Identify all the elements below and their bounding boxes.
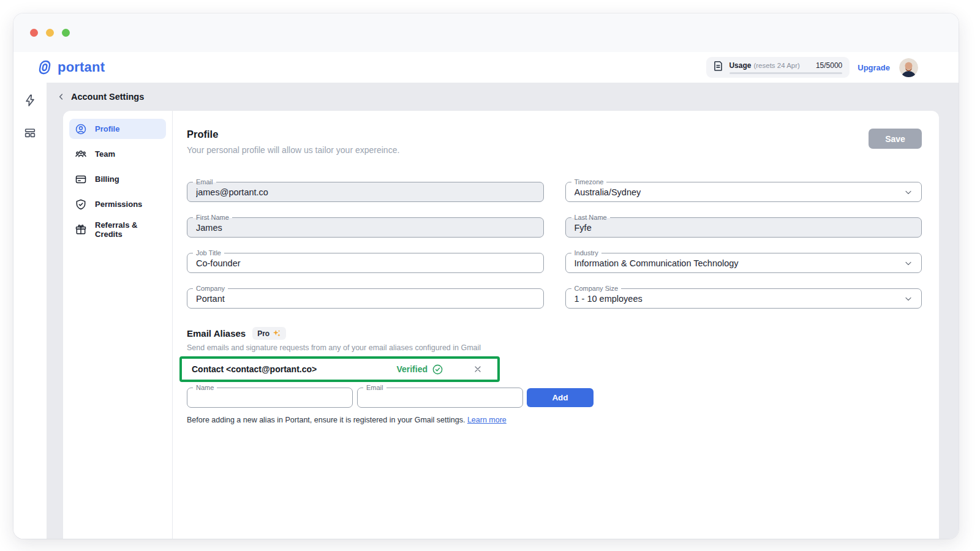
app-window: portant Usage (resets 24 Apr) 15/5000 Up… <box>13 13 959 539</box>
profile-subtitle: Your personal profile will allow us tail… <box>187 145 399 155</box>
alias-name-input-wrap: Name <box>187 388 353 408</box>
app-body: Account Settings Profile <box>13 83 959 539</box>
email-aliases-header: Email Aliases Pro <box>187 327 922 340</box>
portant-logo-icon <box>36 59 53 76</box>
upgrade-button[interactable]: Upgrade <box>858 63 890 72</box>
maximize-window-button[interactable] <box>62 29 70 37</box>
close-window-button[interactable] <box>30 29 38 37</box>
templates-layout-icon[interactable] <box>20 123 40 143</box>
sidebar-item-referrals[interactable]: Referrals & Credits <box>69 219 166 239</box>
profile-content: Profile Your personal profile will allow… <box>173 111 939 539</box>
shield-check-icon <box>75 198 87 211</box>
header-right-cluster: Usage (resets 24 Apr) 15/5000 Upgrade <box>706 57 918 78</box>
app-header: portant Usage (resets 24 Apr) 15/5000 Up… <box>13 52 959 83</box>
chevron-down-icon <box>903 294 913 304</box>
profile-titles: Profile Your personal profile will allow… <box>187 129 399 155</box>
alias-email-input-wrap: Email <box>357 388 523 408</box>
alias-name-input[interactable] <box>196 388 344 407</box>
usage-meter[interactable]: Usage (resets 24 Apr) 15/5000 <box>706 57 850 78</box>
left-icon-rail <box>13 83 47 539</box>
window-controls <box>30 29 70 37</box>
page-topbar: Account Settings <box>47 83 959 111</box>
usage-text: Usage (resets 24 Apr) 15/5000 <box>729 61 842 70</box>
settings-card: Profile Team <box>63 111 939 539</box>
back-chevron-icon[interactable] <box>57 92 66 101</box>
add-alias-row: Name Email Add <box>187 388 922 408</box>
add-alias-button[interactable]: Add <box>527 388 594 407</box>
pro-badge: Pro <box>252 327 286 340</box>
sidebar-item-billing[interactable]: Billing <box>69 169 166 189</box>
alias-footer: Before adding a new alias in Portant, en… <box>187 416 922 424</box>
email-field: Email james@portant.co <box>187 182 544 202</box>
chevron-down-icon <box>903 187 913 197</box>
user-avatar[interactable] <box>899 58 918 77</box>
alias-email-input[interactable] <box>366 388 514 407</box>
save-button[interactable]: Save <box>869 129 922 149</box>
usage-count: 15/5000 <box>816 61 842 70</box>
sparkles-icon <box>272 329 281 338</box>
remove-alias-button[interactable] <box>473 364 483 374</box>
job-title-field[interactable]: Job Title Co-founder <box>187 253 544 273</box>
document-icon <box>712 60 724 72</box>
company-size-select[interactable]: Company Size 1 - 10 employees <box>565 288 922 309</box>
page-title: Account Settings <box>71 92 144 102</box>
industry-select[interactable]: Industry Information & Communication Tec… <box>565 253 922 273</box>
user-circle-icon <box>75 123 87 135</box>
sidebar-item-permissions[interactable]: Permissions <box>69 194 166 214</box>
team-icon <box>75 148 87 160</box>
alias-display: Contact <contact@portant.co> <box>192 364 396 374</box>
email-aliases-title: Email Aliases <box>187 328 246 339</box>
last-name-field: Last Name Fyfe <box>565 217 922 238</box>
brand-logo[interactable]: portant <box>36 59 105 76</box>
usage-progress-bar <box>729 72 842 74</box>
minimize-window-button[interactable] <box>46 29 54 37</box>
profile-title: Profile <box>187 129 399 140</box>
company-field[interactable]: Company Portant <box>187 288 544 309</box>
timezone-select[interactable]: Timezone Australia/Sydney <box>565 182 922 202</box>
credit-card-icon <box>75 173 87 186</box>
gift-icon <box>75 223 87 236</box>
alias-highlight-box: Contact <contact@portant.co> Verified <box>179 356 500 382</box>
window-titlebar <box>13 13 959 52</box>
settings-card-wrap: Profile Team <box>47 111 959 539</box>
main-area: Account Settings Profile <box>47 83 959 539</box>
email-aliases-subtitle: Send emails and signature requests from … <box>187 343 922 352</box>
sidebar-item-team[interactable]: Team <box>69 144 166 164</box>
learn-more-link[interactable]: Learn more <box>467 416 507 424</box>
sidebar-item-profile[interactable]: Profile <box>69 119 166 139</box>
check-circle-icon <box>432 364 443 375</box>
profile-header: Profile Your personal profile will allow… <box>187 129 922 155</box>
workflows-lightning-icon[interactable] <box>20 91 40 110</box>
first-name-field: First Name James <box>187 217 544 238</box>
verified-status: Verified <box>396 364 443 375</box>
chevron-down-icon <box>903 258 913 268</box>
brand-name: portant <box>58 59 105 75</box>
email-aliases-section: Email Aliases Pro <box>187 327 922 424</box>
profile-form: Email james@portant.co Timezone Australi… <box>187 182 922 309</box>
settings-sidebar: Profile Team <box>63 111 173 539</box>
